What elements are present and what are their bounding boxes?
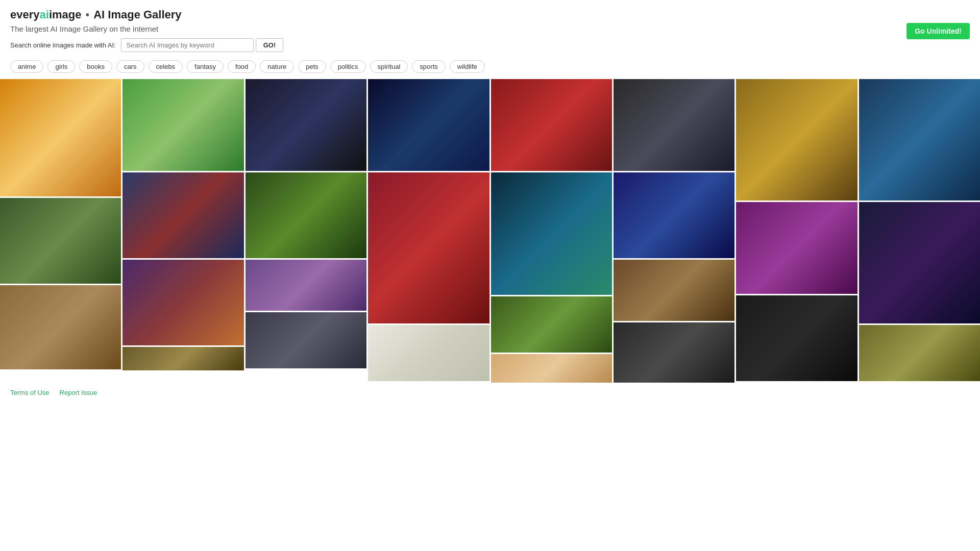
gallery-image-amber-box[interactable] <box>0 79 121 196</box>
gallery-image-garden[interactable] <box>122 79 243 171</box>
tag-fantasy[interactable]: fantasy <box>187 60 224 73</box>
gallery-col-col6 <box>614 79 734 383</box>
gallery-image-batman[interactable] <box>614 79 734 171</box>
logo-separator: • <box>85 8 89 21</box>
gallery-image-landscape[interactable] <box>859 79 980 201</box>
gallery-image-fairy[interactable] <box>736 202 857 294</box>
gallery-image-goblins[interactable] <box>246 172 366 258</box>
tag-politics[interactable]: politics <box>330 60 366 73</box>
gallery-image-dark-forest[interactable] <box>246 79 366 171</box>
tag-anime[interactable]: anime <box>10 60 43 73</box>
gallery-image-food-plate[interactable] <box>122 347 243 370</box>
gallery-image-lily[interactable] <box>859 325 980 381</box>
report-link[interactable]: Report Issue <box>60 389 97 396</box>
tag-celebs[interactable]: celebs <box>149 60 183 73</box>
tag-spiritual[interactable]: spiritual <box>370 60 408 73</box>
gallery-col-col5 <box>491 79 612 383</box>
gallery-image-yamaha[interactable] <box>614 172 734 258</box>
gallery-image-anime-face[interactable] <box>491 354 612 383</box>
gallery-image-lime[interactable] <box>491 296 612 353</box>
tag-books[interactable]: books <box>79 60 112 73</box>
gallery-image-dog[interactable] <box>0 285 121 369</box>
gallery-image-sunset[interactable] <box>122 260 243 345</box>
gallery-image-wolf[interactable] <box>246 312 366 368</box>
go-button[interactable]: GO! <box>256 38 284 52</box>
gallery-col-col1 <box>0 79 121 383</box>
gallery-image-woman-dress[interactable] <box>368 172 489 323</box>
gallery-image-fashion-red[interactable] <box>491 79 612 171</box>
tags-bar: animegirlsbookscarscelebsfantasyfoodnatu… <box>0 58 980 78</box>
gallery-col-col4 <box>368 79 489 383</box>
gallery-image-soap[interactable] <box>368 325 489 381</box>
tag-nature[interactable]: nature <box>260 60 294 73</box>
gallery-image-lavender[interactable] <box>246 260 366 311</box>
gallery-image-aurora[interactable] <box>491 172 612 295</box>
tag-food[interactable]: food <box>228 60 256 73</box>
site-title: AI Image Gallery <box>93 8 181 21</box>
footer: Terms of Use Report Issue <box>0 384 980 402</box>
terms-link[interactable]: Terms of Use <box>10 389 50 396</box>
tag-wildlife[interactable]: wildlife <box>450 60 485 73</box>
unlimited-button[interactable]: Go Unlimited! <box>906 23 970 39</box>
gallery-image-road[interactable] <box>614 260 734 321</box>
logo-text: everyaiimage <box>10 8 81 21</box>
gallery <box>0 78 980 384</box>
gallery-image-man-flag[interactable] <box>122 172 243 258</box>
gallery-col-col2 <box>122 79 243 383</box>
search-input[interactable] <box>121 38 254 52</box>
gallery-image-car[interactable] <box>614 322 734 383</box>
gallery-image-neon-city[interactable] <box>368 79 489 171</box>
search-label: Search online images made with AI: <box>10 41 116 49</box>
gallery-image-ninja[interactable] <box>736 295 857 381</box>
tag-sports[interactable]: sports <box>412 60 445 73</box>
gallery-col-col3 <box>246 79 366 383</box>
tagline: The largest AI Image Gallery on the inte… <box>10 24 283 33</box>
gallery-col-col7 <box>736 79 857 383</box>
gallery-image-fantasy-armor[interactable] <box>736 79 857 201</box>
tag-cars[interactable]: cars <box>116 60 144 73</box>
gallery-image-cat[interactable] <box>0 198 121 284</box>
gallery-col-col8 <box>859 79 980 383</box>
tag-pets[interactable]: pets <box>298 60 326 73</box>
gallery-image-cyber-face[interactable] <box>859 202 980 323</box>
tag-girls[interactable]: girls <box>47 60 75 73</box>
